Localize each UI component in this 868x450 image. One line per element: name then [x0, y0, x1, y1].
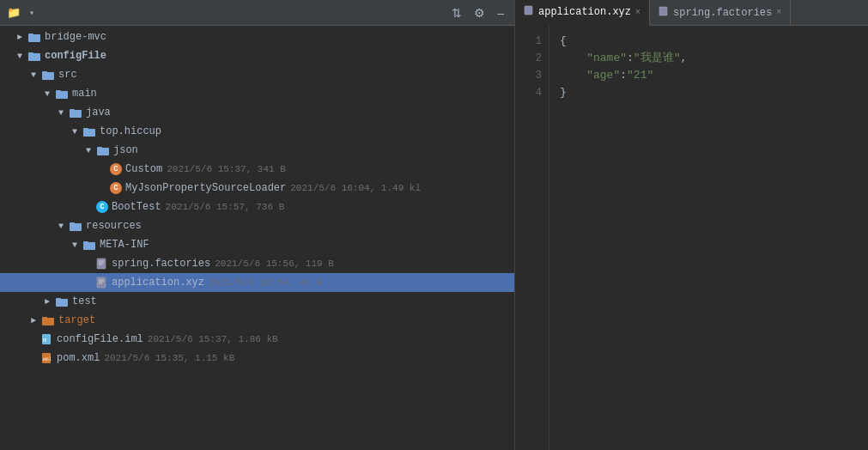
tree-item-meta: 2021/5/6 15:37, 341 B: [167, 164, 286, 174]
tree-arrow: [58, 222, 69, 231]
tree-item-configFile.iml[interactable]: mconfigFile.iml2021/5/6 15:37, 1.86 kB: [0, 330, 514, 349]
tree-item-json[interactable]: json: [0, 141, 514, 160]
layout-button[interactable]: ⇅: [448, 4, 465, 21]
code-line: {: [560, 33, 858, 50]
code-token: "我是谁": [634, 52, 681, 64]
config-file-icon: [96, 258, 108, 270]
code-line: "age":"21": [560, 67, 858, 84]
tree-item-label: configFile: [45, 50, 106, 62]
tree-item-META-INF[interactable]: META-INF: [0, 235, 514, 254]
settings-button[interactable]: ⚙: [470, 4, 489, 21]
tree-item-top.hiccup[interactable]: top.hiccup: [0, 122, 514, 141]
tab-icon: [524, 5, 534, 19]
tree-item-label: bridge-mvc: [45, 31, 106, 43]
tree-arrow: [31, 70, 41, 80]
tab-label: spring.factories: [673, 7, 772, 19]
editor-area: application.xyz×spring.factories× 1234 {…: [515, 0, 868, 450]
code-token: ,: [680, 52, 687, 64]
svg-text:m: m: [43, 337, 46, 344]
svg-rect-5: [42, 71, 47, 74]
tree-item-label: configFile.iml: [57, 333, 143, 345]
tree-item-label: MyJsonPropertySourceLoader: [125, 182, 286, 194]
tab-application.xyz[interactable]: application.xyz×: [515, 0, 650, 26]
tree-item-bridge-mvc[interactable]: bridge-mvc: [0, 27, 514, 46]
tab-icon: [659, 6, 669, 20]
svg-rect-13: [97, 147, 102, 149]
tree-item-spring.factories[interactable]: spring.factories2021/5/6 15:56, 119 B: [0, 254, 514, 273]
tree-item-label: application.xyz: [112, 277, 204, 289]
tree-item-java[interactable]: java: [0, 103, 514, 122]
tree-item-meta: 2021/5/6 15:57, 736 B: [166, 202, 285, 212]
tab-bar: application.xyz×spring.factories×: [515, 0, 868, 26]
line-number: 3: [522, 67, 542, 84]
tree-item-meta: 2021/5/6 16:04, 1.49 kl: [290, 183, 421, 193]
java-file-icon: C: [110, 163, 122, 175]
tree-item-meta: 2021/5/6 15:35, 1.15 kB: [104, 353, 234, 363]
dropdown-arrow-icon[interactable]: ▾: [29, 8, 34, 18]
tree-item-test[interactable]: test: [0, 292, 514, 311]
tree-item-label: main: [72, 88, 97, 100]
tree-item-label: test: [72, 295, 97, 307]
tree-item-label: json: [113, 144, 138, 156]
tree-item-resources[interactable]: resources: [0, 216, 514, 235]
tree-item-configFile[interactable]: configFile: [0, 46, 514, 65]
code-token: [560, 69, 586, 82]
project-folder-icon: 📁: [7, 6, 21, 20]
tree-item-target[interactable]: target: [0, 311, 514, 330]
svg-rect-11: [83, 128, 88, 131]
folder-icon: [69, 219, 82, 233]
tree-item-label: pom.xml: [57, 352, 100, 364]
tree-item-meta: 2021/5/6 15:56, 119 B: [215, 258, 334, 269]
svg-rect-3: [28, 52, 33, 55]
svg-rect-17: [83, 241, 88, 244]
svg-rect-15: [70, 222, 75, 225]
java2-file-icon: C: [96, 201, 108, 213]
tree-item-Custom[interactable]: CCustom2021/5/6 15:37, 341 B: [0, 160, 514, 179]
tab-close-button[interactable]: ×: [635, 8, 640, 17]
tree-item-label: top.hiccup: [100, 125, 161, 137]
line-number: 4: [522, 84, 542, 101]
tree-item-label: META-INF: [100, 239, 149, 251]
tree-arrow: [45, 89, 55, 99]
code-token: {: [560, 34, 567, 47]
folder-icon: [41, 68, 55, 82]
tree-item-application.xyz[interactable]: application.xyz2021/5/6 15:54, 41 B: [0, 273, 514, 292]
svg-rect-35: [659, 7, 667, 15]
tree-arrow: [58, 108, 69, 118]
code-token: "name": [586, 52, 627, 64]
folder-icon: [55, 295, 69, 308]
tree-arrow: [45, 297, 55, 307]
line-number: 2: [522, 50, 542, 67]
tree-arrow: [72, 240, 82, 250]
sidebar-title: 📁 ▾: [7, 6, 34, 20]
svg-rect-9: [70, 109, 75, 112]
tree-item-label: spring.factories: [112, 258, 210, 270]
folder-orange-icon: [41, 313, 55, 327]
tree-item-BootTest[interactable]: CBootTest2021/5/6 15:57, 736 B: [0, 198, 514, 216]
tab-close-button[interactable]: ×: [776, 8, 781, 17]
minimize-button[interactable]: –: [494, 4, 507, 21]
svg-rect-1: [28, 33, 33, 36]
tree-item-meta: 2021/5/6 15:37, 1.86 kB: [148, 334, 278, 344]
line-numbers: 1234: [515, 26, 549, 450]
tree-item-pom.xml[interactable]: xmlpom.xml2021/5/6 15:35, 1.15 kB: [0, 349, 514, 368]
tree-arrow: [72, 127, 82, 137]
folder-icon: [27, 49, 41, 63]
file-tree: bridge-mvcconfigFilesrcmainjavatop.hiccu…: [0, 26, 514, 450]
tree-item-main[interactable]: main: [0, 84, 514, 103]
tab-spring.factories[interactable]: spring.factories×: [650, 0, 791, 25]
sidebar-actions: ⇅ ⚙ –: [448, 4, 507, 21]
svg-rect-27: [56, 298, 61, 301]
tree-item-label: Custom: [125, 163, 162, 175]
code-line: "name":"我是谁",: [560, 50, 858, 67]
sidebar-header: 📁 ▾ ⇅ ⚙ –: [0, 0, 514, 26]
folder-icon: [55, 87, 69, 100]
code-editor[interactable]: { "name":"我是谁", "age":"21"}: [549, 26, 868, 450]
code-line: }: [560, 84, 858, 101]
tree-item-label: resources: [86, 220, 142, 232]
tree-item-label: src: [58, 69, 77, 81]
xml-file-icon: xml: [41, 352, 53, 364]
tree-item-MyJsonPropertySourceLoader[interactable]: CMyJsonPropertySourceLoader2021/5/6 16:0…: [0, 179, 514, 198]
code-token: [560, 52, 586, 64]
tree-item-src[interactable]: src: [0, 65, 514, 84]
